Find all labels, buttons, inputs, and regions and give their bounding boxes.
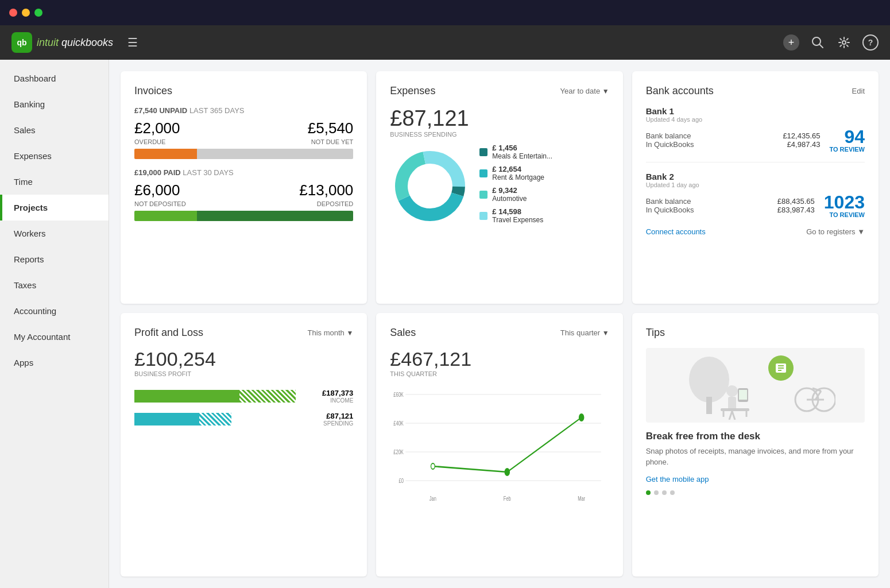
sidebar-item-apps[interactable]: Apps (0, 350, 109, 376)
sidebar-item-time[interactable]: Time (0, 169, 109, 195)
go-to-registers-button[interactable]: Go to registers ▼ (806, 227, 865, 236)
legend-color-4 (479, 212, 487, 220)
sidebar-item-projects[interactable]: Projects (0, 195, 109, 220)
pnl-bars: £187,373 INCOME £87,121 SPENDING (134, 389, 353, 427)
sidebar-item-banking[interactable]: Banking (0, 91, 109, 117)
pnl-spending-row: £87,121 SPENDING (134, 412, 353, 427)
bank-2-review-count: 1023 (824, 193, 865, 211)
tips-svg (675, 351, 835, 420)
expenses-legend: £ 1,456 Meals & Entertain... £ 12,654 Re… (479, 144, 609, 229)
sidebar-item-sales[interactable]: Sales (0, 117, 109, 143)
connect-accounts-button[interactable]: Connect accounts (646, 227, 706, 236)
svg-line-27 (732, 411, 735, 420)
expenses-period[interactable]: Year to date ▼ (560, 87, 609, 95)
sales-period[interactable]: This quarter ▼ (560, 328, 609, 337)
tips-title: Tips (646, 327, 665, 339)
maximize-button[interactable] (34, 9, 42, 17)
legend-item-2: £ 12,654 Rent & Mortgage (479, 165, 609, 181)
invoices-unpaid-line: £7,540 UNPAID LAST 365 DAYS (134, 106, 353, 115)
not-deposited-bar (134, 211, 197, 221)
expenses-title: Expenses (390, 85, 435, 97)
svg-text:£40K: £40K (394, 419, 404, 427)
tips-dot-4 (670, 490, 675, 495)
expenses-period-arrow: ▼ (602, 87, 609, 95)
bank-2-review[interactable]: 1023 TO REVIEW (824, 193, 865, 218)
pnl-income-hatch (239, 390, 296, 403)
sidebar-item-reports[interactable]: Reports (0, 246, 109, 272)
hamburger-menu[interactable]: ☰ (125, 34, 141, 51)
sidebar-item-expenses[interactable]: Expenses (0, 143, 109, 169)
bank-1-review[interactable]: 94 TO REVIEW (829, 127, 865, 153)
invoices-paid-line: £19,000 PAID LAST 30 DAYS (134, 168, 353, 177)
sidebar: Dashboard Banking Sales Expenses Time Pr… (0, 60, 109, 588)
bank-accounts-card: Bank accounts Edit Bank 1 Updated 4 days… (632, 71, 879, 304)
pnl-period[interactable]: This month ▼ (308, 328, 354, 337)
expenses-donut (390, 146, 470, 226)
logo-icon: qb (11, 32, 32, 53)
tips-illustration (646, 348, 865, 423)
bank-1-amounts: Bank balance £12,435.65 In QuickBooks £4… (646, 131, 821, 149)
search-icon[interactable] (810, 34, 826, 51)
pnl-amount: £100,254 (134, 348, 353, 370)
tips-dots (646, 490, 865, 495)
expenses-content: £ 1,456 Meals & Entertain... £ 12,654 Re… (390, 144, 609, 229)
sales-card: Sales This quarter ▼ £467,121 THIS QUART… (376, 313, 622, 577)
sidebar-item-taxes[interactable]: Taxes (0, 272, 109, 298)
svg-point-16 (431, 463, 435, 469)
svg-line-1 (819, 44, 823, 48)
svg-text:Jan: Jan (429, 494, 436, 502)
tips-header: Tips (646, 327, 865, 339)
legend-item-4: £ 14,598 Travel Expenses (479, 207, 609, 224)
get-mobile-app-link[interactable]: Get the mobile app (646, 475, 865, 483)
bank-bottom: Connect accounts Go to registers ▼ (646, 227, 865, 236)
main-content: Invoices £7,540 UNPAID LAST 365 DAYS £2,… (109, 60, 890, 588)
bank-edit-button[interactable]: Edit (852, 87, 865, 95)
sidebar-item-accounting[interactable]: Accounting (0, 298, 109, 324)
tips-dot-2 (654, 490, 659, 495)
invoices-title: Invoices (134, 85, 172, 97)
bank-1-updated: Updated 4 days ago (646, 116, 865, 123)
bank-1-qb-row: In QuickBooks £4,987.43 (646, 140, 821, 149)
pnl-title: Profit and Loss (134, 327, 203, 339)
bank-2-updated: Updated 1 day ago (646, 181, 865, 188)
bank-2-name: Bank 2 (646, 172, 865, 181)
invoices-paid-amounts: £6,000 £13,000 (134, 181, 353, 199)
bank-2-details: Bank balance £88,435.65 In QuickBooks £8… (646, 193, 865, 218)
sidebar-item-workers[interactable]: Workers (0, 220, 109, 246)
registers-arrow: ▼ (857, 227, 865, 236)
bank-1-name: Bank 1 (646, 106, 865, 116)
invoices-card: Invoices £7,540 UNPAID LAST 365 DAYS £2,… (121, 71, 367, 304)
svg-rect-28 (721, 408, 749, 411)
add-icon[interactable]: + (783, 34, 799, 51)
sales-period-arrow: ▼ (602, 329, 609, 337)
tips-card: Tips (632, 313, 879, 577)
sales-amount: £467,121 (390, 348, 609, 370)
not-due-bar (197, 149, 353, 159)
bank-1-details: Bank balance £12,435.65 In QuickBooks £4… (646, 127, 865, 153)
bank-1-review-label: TO REVIEW (829, 146, 865, 153)
expenses-sub: BUSINESS SPENDING (390, 131, 609, 138)
pnl-spending-hatch (199, 413, 231, 425)
help-icon[interactable]: ? (862, 34, 879, 51)
svg-rect-23 (706, 397, 712, 414)
svg-text:Mar: Mar (578, 494, 586, 502)
tips-dot-3 (662, 490, 667, 495)
close-button[interactable] (9, 9, 17, 17)
expenses-total: £87,121 (390, 106, 609, 131)
settings-icon[interactable] (836, 34, 852, 51)
tips-card-title: Break free from the desk (646, 431, 865, 442)
legend-color-3 (479, 191, 487, 199)
sidebar-item-dashboard[interactable]: Dashboard (0, 65, 109, 91)
overdue-bar (134, 149, 197, 159)
invoices-amounts-row: £2,000 £5,540 (134, 119, 353, 137)
svg-point-22 (689, 357, 729, 403)
pnl-income-values: £187,373 INCOME (301, 389, 353, 404)
sidebar-item-my-accountant[interactable]: My Accountant (0, 324, 109, 350)
invoices-paid-bar (134, 211, 353, 221)
logo-text: intuit quickbooks (37, 37, 113, 49)
logo[interactable]: qb intuit quickbooks (11, 32, 113, 53)
minimize-button[interactable] (22, 9, 30, 17)
expenses-card: Expenses Year to date ▼ £87,121 BUSINESS… (376, 71, 622, 304)
profit-loss-card: Profit and Loss This month ▼ £100,254 BU… (121, 313, 367, 577)
pnl-sub: BUSINESS PROFIT (134, 370, 353, 377)
